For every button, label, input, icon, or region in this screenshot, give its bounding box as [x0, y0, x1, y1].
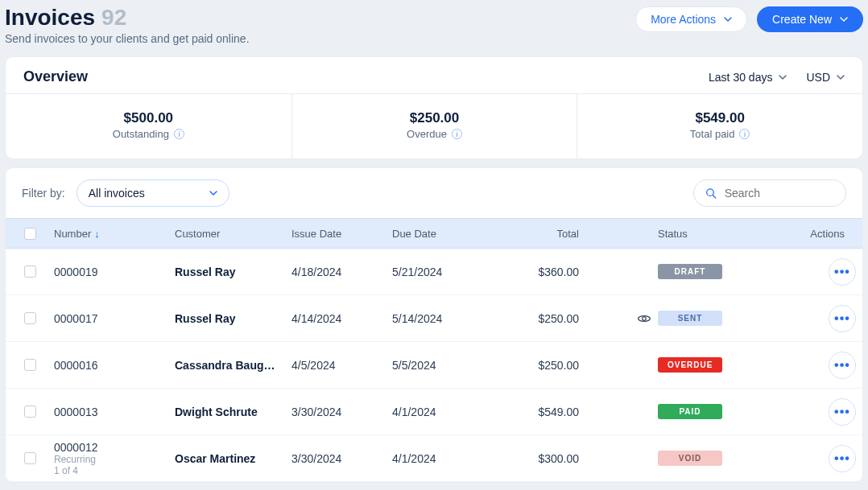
- filter-value: All invoices: [89, 187, 145, 200]
- status-badge: VOID: [658, 451, 722, 466]
- row-checkbox[interactable]: [24, 312, 36, 324]
- row-viewed: [582, 311, 655, 326]
- page-header: Invoices 92 Send invoices to your client…: [5, 5, 863, 48]
- row-checkbox[interactable]: [24, 359, 36, 371]
- row-customer: Russel Ray: [172, 266, 288, 278]
- row-number: 0000012: [54, 441, 168, 454]
- col-actions: Actions: [803, 228, 859, 240]
- table-body: 0000019Russel Ray4/18/20245/21/2024$360.…: [6, 249, 862, 482]
- chevron-down-icon: [840, 15, 848, 23]
- table-row[interactable]: 0000016Cassandra Baug…4/5/20245/5/2024$2…: [6, 342, 862, 389]
- status-badge: DRAFT: [658, 264, 722, 279]
- row-actions-button[interactable]: •••: [829, 258, 856, 286]
- row-issue-date: 4/18/2024: [288, 266, 389, 278]
- row-due-date: 4/1/2024: [389, 406, 502, 418]
- row-number: 0000013: [54, 406, 168, 418]
- filter-label: Filter by:: [22, 187, 65, 200]
- table-row[interactable]: 0000012Recurring1 of 4Oscar Martinez3/30…: [6, 435, 862, 482]
- stat-value: $549.00: [577, 110, 862, 126]
- status-badge: OVERDUE: [658, 357, 722, 373]
- overview-stat: $250.00Overdue i: [291, 94, 577, 159]
- row-checkbox[interactable]: [24, 452, 36, 464]
- date-range-label: Last 30 days: [709, 71, 772, 84]
- overview-title: Overview: [23, 68, 88, 85]
- col-issue-date[interactable]: Issue Date: [288, 228, 389, 240]
- row-actions-button[interactable]: •••: [829, 305, 856, 332]
- create-new-button[interactable]: Create New: [757, 6, 863, 32]
- table-row[interactable]: 0000019Russel Ray4/18/20245/21/2024$360.…: [6, 249, 862, 295]
- row-customer: Cassandra Baug…: [172, 359, 288, 372]
- row-number: 0000016: [54, 359, 168, 372]
- status-badge: SENT: [658, 311, 722, 326]
- search-icon: [705, 187, 717, 200]
- ellipsis-icon: •••: [834, 312, 850, 325]
- search-box[interactable]: [693, 179, 846, 207]
- info-icon[interactable]: i: [174, 129, 184, 139]
- row-actions-button[interactable]: •••: [829, 398, 856, 426]
- page-subtitle: Send invoices to your clients and get pa…: [5, 32, 250, 45]
- currency-label: USD: [806, 71, 830, 84]
- overview-stat: $549.00Total paid i: [577, 94, 862, 159]
- eye-icon: [637, 311, 651, 326]
- status-badge: PAID: [658, 404, 722, 419]
- title-block: Invoices 92 Send invoices to your client…: [5, 5, 250, 45]
- filter-select[interactable]: All invoices: [76, 179, 229, 207]
- info-icon[interactable]: i: [452, 129, 462, 139]
- more-actions-label: More Actions: [651, 13, 716, 26]
- chevron-down-icon: [779, 73, 787, 81]
- ellipsis-icon: •••: [834, 452, 850, 465]
- sort-arrow-icon: ↓: [94, 228, 100, 240]
- row-number: 0000019: [54, 266, 168, 278]
- svg-point-2: [643, 316, 647, 320]
- row-due-date: 5/14/2024: [389, 312, 502, 325]
- col-total[interactable]: Total: [502, 228, 582, 240]
- table-row[interactable]: 0000017Russel Ray4/14/20245/14/2024$250.…: [6, 295, 862, 342]
- col-due-date[interactable]: Due Date: [389, 228, 502, 240]
- row-customer: Oscar Martinez: [172, 452, 288, 465]
- overview-card: Overview Last 30 days USD $500.00Outstan…: [5, 56, 863, 159]
- col-number[interactable]: Number↓: [51, 228, 172, 240]
- more-actions-button[interactable]: More Actions: [635, 6, 747, 32]
- select-all-checkbox[interactable]: [24, 228, 36, 240]
- chevron-down-icon: [724, 15, 732, 23]
- stat-label: Total paid i: [690, 128, 750, 140]
- row-total: $360.00: [502, 266, 582, 278]
- row-checkbox[interactable]: [24, 266, 36, 278]
- row-total: $250.00: [502, 312, 582, 325]
- row-actions-button[interactable]: •••: [829, 445, 856, 472]
- row-customer: Dwight Schrute: [172, 406, 288, 418]
- row-actions-button[interactable]: •••: [829, 352, 856, 379]
- row-due-date: 5/21/2024: [389, 266, 502, 278]
- date-range-selector[interactable]: Last 30 days: [709, 71, 787, 84]
- search-input[interactable]: [725, 187, 834, 200]
- table-row[interactable]: 0000013Dwight Schrute3/30/20244/1/2024$5…: [6, 389, 862, 435]
- ellipsis-icon: •••: [834, 266, 850, 278]
- table-header-row: Number↓ Customer Issue Date Due Date Tot…: [6, 218, 862, 249]
- row-issue-date: 3/30/2024: [288, 406, 389, 418]
- stat-value: $250.00: [292, 110, 577, 126]
- row-issue-date: 3/30/2024: [288, 452, 389, 465]
- col-status[interactable]: Status: [655, 228, 803, 240]
- overview-stat: $500.00Outstanding i: [6, 94, 291, 159]
- header-actions: More Actions Create New: [635, 6, 863, 32]
- chevron-down-icon: [837, 73, 845, 81]
- ellipsis-icon: •••: [834, 406, 850, 418]
- row-total: $250.00: [502, 359, 582, 372]
- invoice-count: 92: [101, 5, 126, 31]
- row-due-date: 5/5/2024: [389, 359, 502, 372]
- stat-label: Overdue i: [407, 128, 462, 140]
- stat-value: $500.00: [6, 110, 291, 126]
- col-customer[interactable]: Customer: [172, 228, 288, 240]
- currency-selector[interactable]: USD: [806, 71, 845, 84]
- row-issue-date: 4/5/2024: [288, 359, 389, 372]
- info-icon[interactable]: i: [739, 129, 750, 139]
- row-due-date: 4/1/2024: [389, 452, 502, 465]
- row-issue-date: 4/14/2024: [288, 312, 389, 325]
- row-total: $300.00: [502, 452, 582, 465]
- overview-stats: $500.00Outstanding i$250.00Overdue i$549…: [6, 93, 862, 159]
- page-title: Invoices: [5, 5, 95, 31]
- row-checkbox[interactable]: [24, 406, 36, 418]
- invoice-list-card: Filter by: All invoices Number↓ Customer…: [5, 167, 863, 483]
- ellipsis-icon: •••: [834, 359, 850, 372]
- chevron-down-icon: [209, 189, 217, 197]
